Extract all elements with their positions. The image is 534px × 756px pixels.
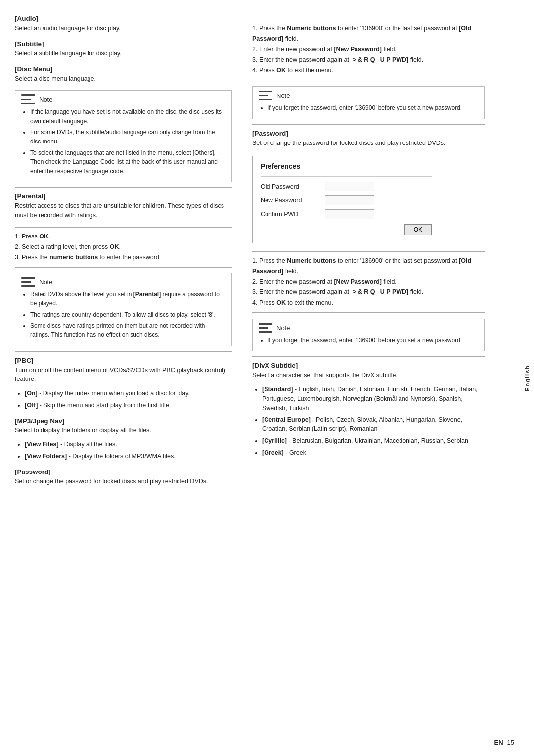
divider bbox=[15, 351, 232, 352]
prefs-input-new-password[interactable] bbox=[325, 195, 374, 205]
note-box-1: Note If the language you have set is not… bbox=[15, 90, 232, 182]
note-item: Some discs have ratings printed on them … bbox=[30, 321, 225, 339]
mp3jpeg-list: [View Files] - Display all the files. [V… bbox=[15, 440, 232, 461]
section-password-right: [Password] Set or change the password fo… bbox=[252, 130, 485, 148]
subtitle-title: [Subtitle] bbox=[15, 40, 232, 47]
note-box-2: Note Rated DVDs above the level you set … bbox=[15, 273, 232, 346]
disc-menu-body: Select a disc menu language. bbox=[15, 74, 232, 84]
note-label-right-1: Note bbox=[276, 92, 290, 99]
prefs-divider bbox=[261, 176, 432, 177]
steps-parental: 1. Press OK. 2. Select a rating level, t… bbox=[15, 227, 232, 268]
password-left-title: [Password] bbox=[15, 468, 232, 475]
section-password-left: [Password] Set or change the password fo… bbox=[15, 468, 232, 486]
prefs-ok-button[interactable]: OK bbox=[404, 224, 432, 235]
note-item: If you forget the password, enter ‘13690… bbox=[267, 336, 478, 345]
step-line: 4. Press OK to exit the menu. bbox=[252, 65, 485, 76]
note-icon-1 bbox=[21, 94, 35, 104]
step-line: 1. Press the Numeric buttons to enter '1… bbox=[252, 256, 485, 277]
pbc-body: Turn on or off the content menu of VCDs/… bbox=[15, 366, 232, 384]
step-line: 1. Press OK. bbox=[15, 232, 232, 242]
prefs-row-new-password: New Password bbox=[261, 195, 432, 205]
note-header-right-1: Note bbox=[259, 91, 478, 100]
section-parental: [Parental] Restrict access to discs that… bbox=[15, 192, 232, 220]
step-line: 3. Enter the new password again at > & R… bbox=[252, 287, 485, 297]
audio-body: Select an audio language for disc play. bbox=[15, 24, 232, 33]
note-box-right-2: Note If you forget the password, enter ‘… bbox=[252, 319, 485, 352]
sidebar-language: English bbox=[520, 0, 534, 756]
disc-menu-title: [Disc Menu] bbox=[15, 65, 232, 73]
note-icon-right-2 bbox=[259, 323, 272, 333]
step-line: 2. Select a rating level, then press OK. bbox=[15, 242, 232, 252]
section-mp3jpeg: [MP3/Jpeg Nav] Select to display the fol… bbox=[15, 417, 232, 461]
prefs-input-confirm-pwd[interactable] bbox=[325, 209, 374, 219]
prefs-ok-row: OK bbox=[261, 224, 432, 235]
password-left-body: Set or change the password for locked di… bbox=[15, 477, 232, 486]
divx-item: [Greek] - Greek bbox=[262, 448, 485, 458]
note-label-right-2: Note bbox=[276, 324, 290, 331]
note-label-2: Note bbox=[39, 278, 52, 285]
preferences-dialog: Preferences Old Password New Password Co… bbox=[252, 156, 440, 243]
mp3jpeg-title: [MP3/Jpeg Nav] bbox=[15, 417, 232, 425]
note-icon-right-1 bbox=[259, 91, 272, 100]
note-icon-2 bbox=[21, 277, 35, 287]
parental-body: Restrict access to discs that are unsuit… bbox=[15, 201, 232, 220]
pbc-item: [On] - Display the index menu when you l… bbox=[25, 389, 232, 398]
divx-item: [Standard] - English, Irish, Danish, Est… bbox=[262, 385, 485, 413]
note-box-right-1: Note If you forget the password, enter ‘… bbox=[252, 86, 485, 119]
step-line: 3. Enter the new password again at > & R… bbox=[252, 55, 485, 65]
note-item: The ratings are country-dependent. To al… bbox=[30, 310, 225, 320]
page-footer-en: EN bbox=[494, 739, 503, 746]
note-item: Rated DVDs above the level you set in [P… bbox=[30, 290, 225, 308]
note-list-right-2: If you forget the password, enter ‘13690… bbox=[259, 336, 478, 345]
page: [Audio] Select an audio language for dis… bbox=[0, 0, 534, 756]
section-divx-subtitle: [DivX Subtitle] Select a character set t… bbox=[252, 362, 485, 457]
prefs-input-old-password[interactable] bbox=[325, 182, 374, 191]
page-footer: EN 15 bbox=[494, 739, 514, 746]
step-line: 1. Press the Numeric buttons to enter '1… bbox=[252, 23, 485, 45]
left-column: [Audio] Select an audio language for dis… bbox=[0, 0, 242, 756]
step-line: 4. Press OK to exit the menu. bbox=[252, 298, 485, 308]
password-right-title: [Password] bbox=[252, 130, 485, 137]
note-header-1: Note bbox=[21, 94, 225, 104]
pbc-item: [Off] - Skip the menu and start play fro… bbox=[25, 401, 232, 410]
prefs-row-old-password: Old Password bbox=[261, 182, 432, 191]
audio-title: [Audio] bbox=[15, 15, 232, 22]
section-audio: [Audio] Select an audio language for dis… bbox=[15, 15, 232, 33]
parental-title: [Parental] bbox=[15, 192, 232, 200]
divx-item: [Cyrillic] - Belarusian, Bulgarian, Ukra… bbox=[262, 436, 485, 446]
mp3jpeg-item: [View Files] - Display all the files. bbox=[25, 440, 232, 449]
prefs-row-confirm-pwd: Confirm PWD bbox=[261, 209, 432, 219]
step-line: 2. Enter the new password at [New Passwo… bbox=[252, 45, 485, 55]
divx-subtitle-body: Select a character set that supports the… bbox=[252, 371, 485, 380]
prefs-label-old-password: Old Password bbox=[261, 183, 325, 190]
right-column: 1. Press the Numeric buttons to enter '1… bbox=[242, 0, 504, 756]
mp3jpeg-item: [View Folders] - Display the folders of … bbox=[25, 452, 232, 461]
divider-right-1 bbox=[252, 124, 485, 125]
step-block-1: 1. Press the Numeric buttons to enter '1… bbox=[252, 19, 485, 80]
note-label-1: Note bbox=[39, 96, 52, 103]
divx-subtitle-list: [Standard] - English, Irish, Danish, Est… bbox=[252, 385, 485, 457]
prefs-label-confirm-pwd: Confirm PWD bbox=[261, 211, 325, 218]
prefs-label-new-password: New Password bbox=[261, 197, 325, 204]
note-item: To select the languages that are not lis… bbox=[30, 148, 225, 176]
section-disc-menu: [Disc Menu] Select a disc menu language. bbox=[15, 65, 232, 84]
section-pbc: [PBC] Turn on or off the content menu of… bbox=[15, 357, 232, 410]
pbc-title: [PBC] bbox=[15, 357, 232, 364]
mp3jpeg-body: Select to display the folders or display… bbox=[15, 426, 232, 435]
note-item: For some DVDs, the subtitle/audio langua… bbox=[30, 128, 225, 146]
divider-right-2 bbox=[252, 356, 485, 357]
section-subtitle: [Subtitle] Select a subtitle language fo… bbox=[15, 40, 232, 58]
note-item: If you forget the password, enter ‘13690… bbox=[267, 103, 478, 113]
note-list-right-1: If you forget the password, enter ‘13690… bbox=[259, 103, 478, 113]
step-line: 3. Press the numeric buttons to enter th… bbox=[15, 252, 232, 263]
note-item: If the language you have set is not avai… bbox=[30, 107, 225, 126]
preferences-title: Preferences bbox=[261, 162, 432, 170]
divx-item: [Central Europe] - Polish, Czech, Slovak… bbox=[262, 415, 485, 434]
note-header-2: Note bbox=[21, 277, 225, 287]
note-header-right-2: Note bbox=[259, 323, 478, 333]
subtitle-body: Select a subtitle language for disc play… bbox=[15, 49, 232, 58]
divider bbox=[15, 187, 232, 188]
pbc-list: [On] - Display the index menu when you l… bbox=[15, 389, 232, 410]
divx-subtitle-title: [DivX Subtitle] bbox=[252, 362, 485, 369]
note-list-2: Rated DVDs above the level you set in [P… bbox=[21, 290, 225, 340]
